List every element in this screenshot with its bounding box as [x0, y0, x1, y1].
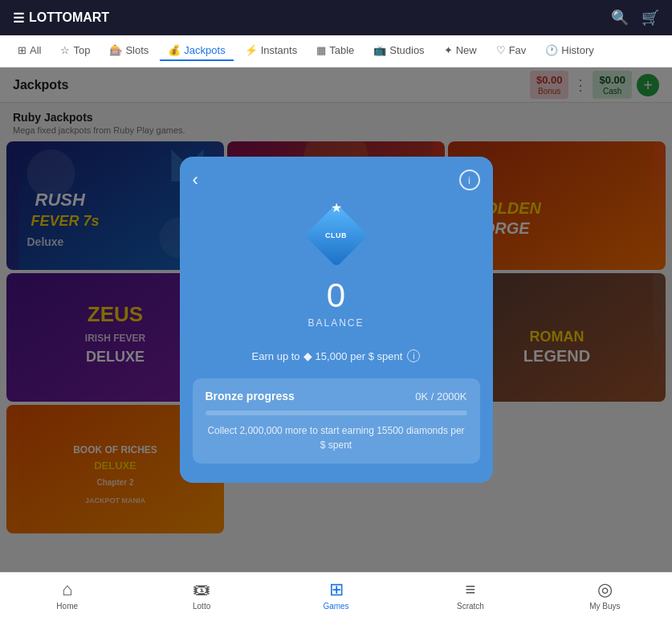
modal-top: ‹ i [180, 157, 493, 190]
bottom-nav-mybuys[interactable]: ◎ My Buys [538, 579, 672, 611]
modal-logo-area: ★ CLUB [180, 190, 493, 279]
club-badge: ★ CLUB [304, 198, 369, 263]
games-label: Games [323, 602, 348, 611]
bottom-nav-home[interactable]: ⌂ Home [0, 579, 134, 611]
progress-value: 0K / 2000K [415, 390, 466, 402]
modal-balance-section: 0 BALANCE [180, 279, 493, 341]
nav-label-fav: Fav [509, 44, 527, 56]
modal-info-button[interactable]: i [459, 170, 480, 190]
modal-progress-section: Bronze progress 0K / 2000K Collect 2,000… [193, 378, 480, 464]
progress-label: Bronze progress [206, 390, 295, 402]
progress-bar-background [206, 411, 467, 415]
nav-icon-all: ⊞ [18, 44, 26, 56]
nav-icon-new: ✦ [444, 44, 453, 56]
nav-item-new[interactable]: ✦ New [436, 41, 485, 61]
nav-item-history[interactable]: 🕐 History [537, 41, 601, 61]
cart-icon[interactable]: 🛒 [641, 9, 659, 27]
hamburger-icon[interactable]: ☰ [13, 10, 24, 26]
earn-info-icon[interactable]: i [407, 349, 420, 362]
page-content: Jackpots $0.00 Bonus ⋮ $0.00 Cash + Ruby… [0, 67, 672, 572]
logo[interactable]: ☰ LOTTOMART [13, 10, 109, 26]
home-icon: ⌂ [62, 579, 72, 600]
nav-icon-top: ☆ [60, 44, 70, 56]
modal-back-button[interactable]: ‹ [193, 170, 198, 190]
lotto-icon: 🎟 [193, 579, 210, 600]
progress-description: Collect 2,000,000 more to start earning … [206, 423, 467, 452]
nav-item-fav[interactable]: ♡ Fav [488, 41, 535, 61]
nav-icon-instants: ⚡ [245, 44, 258, 56]
bottom-nav-scratch[interactable]: ≡ Scratch [403, 579, 537, 611]
header: ☰ LOTTOMART 🔍 🛒 [0, 0, 672, 35]
nav-item-all[interactable]: ⊞ All [10, 41, 49, 61]
club-modal: ‹ i ★ CLUB 0 BALANCE Earn up to ◆ [180, 157, 493, 483]
nav-item-instants[interactable]: ⚡ Instants [237, 41, 306, 61]
scratch-icon: ≡ [466, 579, 476, 600]
bottom-nav-games[interactable]: ⊞ Games [269, 579, 403, 611]
nav-item-jackpots[interactable]: 💰 Jackpots [160, 41, 233, 61]
nav-label-top: Top [73, 44, 90, 56]
search-icon[interactable]: 🔍 [611, 9, 629, 27]
logo-text: LOTTOMART [29, 10, 109, 25]
nav-label-new: New [456, 44, 477, 56]
nav-label-jackpots: Jackpots [184, 44, 225, 56]
bottom-nav-lotto[interactable]: 🎟 Lotto [134, 579, 268, 611]
nav-label-instants: Instants [261, 44, 298, 56]
earn-suffix: per $ spent [350, 350, 402, 362]
nav-label-all: All [30, 44, 41, 56]
nav-item-table[interactable]: ▦ Table [308, 41, 362, 61]
bottom-nav: ⌂ Home 🎟 Lotto ⊞ Games ≡ Scratch ◎ My Bu… [0, 572, 672, 617]
nav-label-slots: Slots [125, 44, 149, 56]
games-icon: ⊞ [329, 579, 344, 600]
nav-item-studios[interactable]: 📺 Studios [365, 41, 432, 61]
mybuys-icon: ◎ [597, 579, 613, 600]
modal-overlay[interactable]: ‹ i ★ CLUB 0 BALANCE Earn up to ◆ [0, 67, 672, 572]
nav-icon-slots: 🎰 [109, 44, 122, 56]
nav-icon-fav: ♡ [496, 44, 506, 56]
nav-label-table: Table [329, 44, 354, 56]
earn-amount: 15,000 [316, 350, 348, 362]
nav-label-history: History [561, 44, 593, 56]
club-label: CLUB [325, 231, 347, 239]
modal-earn-text: Earn up to ◆ 15,000 per $ spent i [199, 349, 474, 362]
nav-item-top[interactable]: ☆ Top [52, 41, 98, 61]
home-label: Home [56, 602, 78, 611]
nav-icon-studios: 📺 [373, 44, 386, 56]
lotto-label: Lotto [193, 602, 210, 611]
nav-icon-table: ▦ [316, 44, 326, 56]
nav-bar: ⊞ All ☆ Top 🎰 Slots 💰 Jackpots ⚡ Instant… [0, 35, 672, 67]
nav-icon-jackpots: 💰 [168, 44, 181, 56]
diamond-icon: ◆ [303, 349, 312, 362]
header-icons: 🔍 🛒 [611, 9, 659, 27]
mybuys-label: My Buys [589, 602, 620, 611]
nav-label-studios: Studios [389, 44, 424, 56]
nav-item-slots[interactable]: 🎰 Slots [101, 41, 157, 61]
modal-balance-label: BALANCE [180, 317, 493, 329]
progress-header: Bronze progress 0K / 2000K [206, 390, 467, 402]
modal-balance-number: 0 [180, 279, 493, 313]
scratch-label: Scratch [457, 602, 484, 611]
nav-icon-history: 🕐 [545, 44, 558, 56]
earn-prefix: Earn up to [252, 350, 300, 362]
